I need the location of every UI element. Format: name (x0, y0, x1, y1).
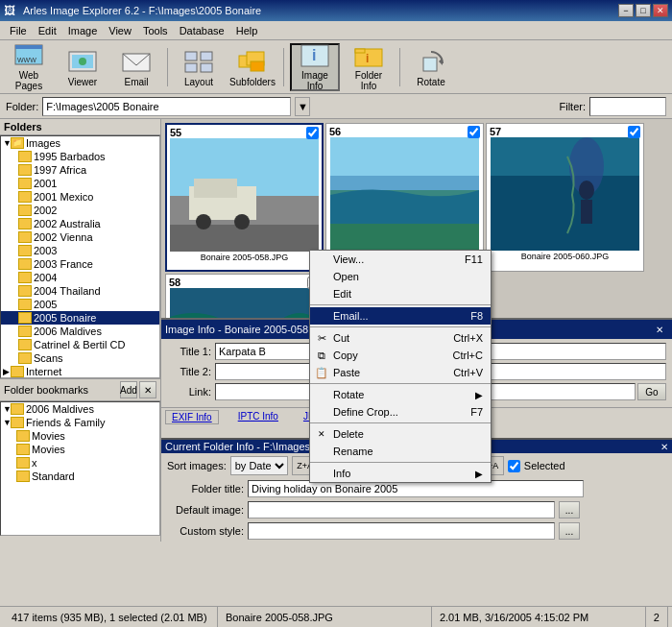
default-image-browse-button[interactable]: ... (559, 501, 580, 518)
thumb-check-55[interactable] (306, 127, 319, 139)
tree-item-2005[interactable]: 2005 (1, 298, 159, 311)
thumb-name-55: Bonaire 2005-058.JPG (200, 252, 290, 263)
tree-item-2003france[interactable]: 2003 France (1, 257, 159, 271)
thumb-check-56[interactable] (468, 126, 480, 138)
status-items-count: 417 items (935 MB), 1 selected (2.01 MB) (4, 607, 218, 627)
tree-item-2001mexico[interactable]: 2001 Mexico (1, 190, 159, 204)
tab-iptc[interactable]: IPTC Info (232, 410, 284, 424)
ctx-copy-shortcut: Ctrl+C (453, 350, 483, 361)
ctx-cut[interactable]: ✂ Cut Ctrl+X (310, 329, 491, 347)
menu-database[interactable]: Database (174, 23, 230, 38)
bookmark-item-maldives[interactable]: ▼ 2006 Maldives (1, 402, 159, 416)
menu-file[interactable]: File (4, 23, 33, 38)
tree-item-internet[interactable]: ▶ Internet (1, 365, 159, 378)
ctx-edit[interactable]: Edit (310, 285, 491, 302)
folder-dropdown[interactable]: ▼ (295, 97, 310, 116)
svg-point-26 (196, 214, 211, 229)
tree-item-1997[interactable]: 1997 Africa (1, 163, 159, 177)
thumbnail-57[interactable]: 57 Bonaire 2005-060.JPG (486, 123, 644, 272)
ctx-sep-4 (310, 422, 491, 423)
tree-item-2001[interactable]: 2001 (1, 177, 159, 190)
ctx-email[interactable]: Email... F8 (310, 307, 491, 325)
image-info-button[interactable]: i Image Info (290, 43, 340, 91)
svg-rect-20 (423, 58, 437, 71)
svg-point-35 (579, 181, 594, 200)
thumb-check-57[interactable] (628, 126, 640, 138)
custom-style-browse-button[interactable]: ... (559, 522, 580, 540)
menu-view[interactable]: View (103, 23, 137, 38)
folder-input[interactable] (42, 97, 291, 116)
viewer-button[interactable]: Viewer (58, 43, 108, 91)
tree-item-catrinel[interactable]: Catrinel & Bertil CD (1, 338, 159, 351)
bookmark-item-friends[interactable]: ▼ Friends & Family (1, 416, 159, 429)
custom-style-row: Custom style: ... (161, 520, 672, 542)
folder-tree[interactable]: ▼ 📁 Images 1995 Barbados 1997 Africa 200… (0, 135, 160, 378)
menu-image[interactable]: Image (62, 23, 104, 38)
maximize-button[interactable]: □ (636, 4, 651, 17)
minimize-button[interactable]: − (618, 4, 634, 17)
folder-info-button[interactable]: i Folder Info (344, 43, 394, 91)
ctx-delete-icon: ✕ (314, 426, 329, 442)
layout-button[interactable]: Layout (174, 43, 224, 91)
ctx-sep-2 (310, 326, 491, 327)
title-bar-text: Arles Image Explorer 6.2 - F:\Images\200… (23, 5, 261, 16)
tree-item-2004thai[interactable]: 2004 Thailand (1, 284, 159, 298)
web-pages-button[interactable]: WWW Web Pages (4, 43, 54, 91)
email-button[interactable]: Email (111, 43, 161, 91)
selected-checkbox[interactable] (508, 460, 520, 472)
bookmarks-add-button[interactable]: Add (120, 381, 137, 398)
thumb-image-57 (491, 137, 639, 251)
close-button[interactable]: ✕ (653, 4, 668, 17)
tree-item-images[interactable]: ▼ 📁 Images (1, 136, 159, 150)
bookmark-item-x[interactable]: x (1, 456, 159, 470)
rotate-icon (416, 46, 446, 77)
tree-item-2003[interactable]: 2003 (1, 244, 159, 257)
ctx-copy[interactable]: ⧉ Copy Ctrl+C (310, 347, 491, 364)
tab-exif[interactable]: EXIF Info (165, 410, 219, 424)
tree-item-2002[interactable]: 2002 (1, 204, 159, 217)
thumbnail-55[interactable]: 55 Bonaire 2005-058.JPG (165, 123, 324, 272)
tree-item-2004[interactable]: 2004 (1, 271, 159, 284)
link-go-button[interactable]: Go (637, 383, 666, 400)
ctx-define-crop[interactable]: Define Crop... F7 (310, 403, 491, 421)
sort-images-select[interactable]: by Date (230, 456, 288, 475)
thumbnail-58[interactable]: 58 (165, 274, 324, 318)
menu-help[interactable]: Help (230, 23, 264, 38)
ctx-paste[interactable]: 📋 Paste Ctrl+V (310, 364, 491, 381)
tree-item-2002aus[interactable]: 2002 Australia (1, 217, 159, 230)
tree-item-2002vienna[interactable]: 2002 Vienna (1, 230, 159, 244)
svg-text:i: i (312, 47, 316, 63)
filter-input[interactable] (589, 97, 666, 116)
menu-edit[interactable]: Edit (33, 23, 62, 38)
bookmark-item-standard[interactable]: Standard (1, 470, 159, 483)
bookmarks-close-button[interactable]: ✕ (139, 381, 156, 398)
selected-label: Selected (524, 460, 565, 471)
ctx-define-crop-label: Define Crop... (333, 406, 398, 418)
folder-info-close-button[interactable]: ✕ (660, 442, 668, 452)
ctx-copy-label: Copy (333, 350, 358, 361)
title-bar: 🖼 Arles Image Explorer 6.2 - F:\Images\2… (0, 0, 672, 21)
ctx-rotate[interactable]: Rotate ▶ (310, 386, 491, 403)
bookmarks-tree[interactable]: ▼ 2006 Maldives ▼ Friends & Family Movie… (0, 401, 160, 536)
title1-label: Title 1: (167, 346, 215, 357)
tree-item-2005bonaire[interactable]: 2005 Bonaire (1, 311, 159, 325)
custom-style-input[interactable] (248, 522, 555, 540)
ctx-view[interactable]: View... F11 (310, 251, 491, 268)
image-info-close-button[interactable]: ✕ (651, 321, 668, 338)
tree-item-1995[interactable]: 1995 Barbados (1, 150, 159, 163)
rotate-button[interactable]: Rotate (406, 43, 456, 91)
menu-tools[interactable]: Tools (137, 23, 174, 38)
default-image-input[interactable] (248, 501, 555, 518)
bookmark-item-movies1[interactable]: Movies (1, 429, 159, 443)
tree-item-scans[interactable]: Scans (1, 351, 159, 365)
ctx-open[interactable]: Open (310, 268, 491, 285)
svg-text:i: i (366, 52, 369, 65)
tab-sep1 (220, 410, 231, 424)
ctx-delete[interactable]: ✕ Delete (310, 425, 491, 443)
subfolders-button[interactable]: Subfolders (228, 43, 277, 91)
tree-item-2006maldives[interactable]: 2006 Maldives (1, 325, 159, 338)
ctx-rename[interactable]: Rename (310, 443, 491, 460)
layout-label: Layout (184, 77, 213, 87)
ctx-info[interactable]: Info ▶ (310, 465, 491, 482)
bookmark-item-movies2[interactable]: Movies (1, 443, 159, 456)
